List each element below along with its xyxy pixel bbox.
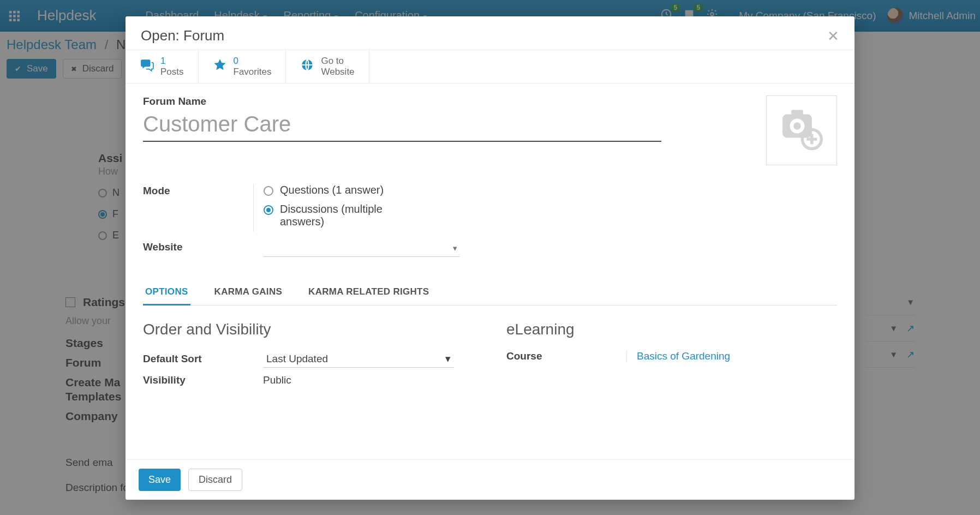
discard-button[interactable]: Discard [188, 469, 242, 491]
form-tabs: OPTIONS KARMA GAINS KARMA RELATED RIGHTS [143, 281, 837, 306]
course-label: Course [506, 350, 626, 362]
modal-footer: Save Discard [126, 459, 854, 500]
stat-posts-count: 1 [160, 56, 184, 67]
save-button[interactable]: Save [139, 469, 181, 491]
mode-discussions[interactable]: Discussions (multiple answers) [264, 203, 646, 228]
tab-options[interactable]: OPTIONS [143, 281, 190, 306]
mode-questions-label: Questions (1 answer) [280, 184, 384, 196]
visibility-label: Visibility [143, 374, 263, 386]
svg-point-14 [793, 122, 800, 129]
forum-name-label: Forum Name [143, 95, 661, 107]
mode-discussions-label: Discussions (multiple answers) [280, 203, 411, 228]
website-label: Website [143, 240, 263, 257]
radio-icon [264, 186, 273, 196]
website-select[interactable]: ▾ [263, 240, 459, 257]
course-link[interactable]: Basics of Gardening [637, 350, 730, 362]
close-icon[interactable]: ✕ [827, 29, 839, 43]
chevron-down-icon: ▾ [445, 352, 451, 365]
comments-icon [140, 58, 154, 75]
default-sort-label: Default Sort [143, 353, 263, 365]
radio-icon [264, 205, 273, 215]
elearning-heading: eLearning [506, 321, 837, 338]
tab-karma-rights[interactable]: KARMA RELATED RIGHTS [306, 281, 431, 306]
image-upload[interactable] [766, 95, 837, 165]
visibility-value: Public [263, 374, 474, 386]
forum-name-input[interactable] [143, 110, 661, 142]
stat-favorites[interactable]: 0 Favorites [199, 50, 286, 83]
stat-posts-label: Posts [160, 67, 184, 77]
chevron-down-icon: ▾ [453, 243, 457, 253]
stat-buttons: 1 Posts 0 Favorites [126, 50, 854, 83]
modal-title: Open: Forum [141, 27, 224, 44]
star-icon [213, 58, 227, 75]
svg-rect-15 [791, 110, 803, 116]
stat-fav-label: Favorites [234, 67, 272, 77]
mode-label: Mode [143, 184, 263, 235]
mode-questions[interactable]: Questions (1 answer) [264, 184, 646, 196]
forum-modal: Open: Forum ✕ 1 Posts [126, 16, 854, 500]
modal-header: Open: Forum ✕ [126, 16, 854, 50]
modal-overlay: Open: Forum ✕ 1 Posts [0, 0, 980, 515]
stat-goto-l2: Website [321, 67, 354, 77]
stat-fav-count: 0 [234, 56, 272, 67]
default-sort-select[interactable]: Last Updated ▾ [263, 350, 454, 368]
globe-icon [300, 58, 314, 75]
tab-karma-gains[interactable]: KARMA GAINS [212, 281, 285, 306]
default-sort-value: Last Updated [266, 353, 328, 365]
order-heading: Order and Visibility [143, 321, 474, 338]
modal-body: 1 Posts 0 Favorites [126, 50, 854, 459]
stat-posts[interactable]: 1 Posts [126, 50, 199, 83]
stat-goto-l1: Go to [321, 56, 354, 67]
stat-goto-website[interactable]: Go to Website [286, 50, 369, 83]
